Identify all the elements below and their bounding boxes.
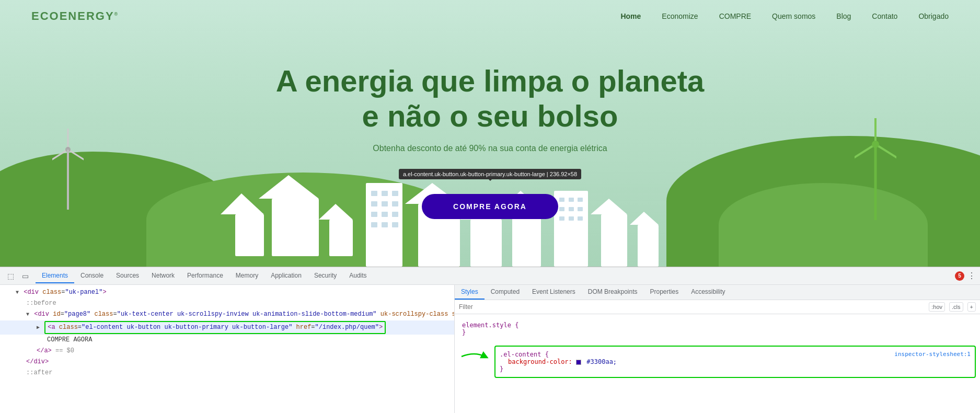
green-arrow-indicator: [459, 349, 490, 366]
svg-rect-10: [235, 214, 264, 256]
nav-contato[interactable]: Contato: [872, 12, 897, 20]
devtools-content: ▼ <div class="uk-panel"> ::before ▼ <div…: [0, 285, 980, 413]
css-property-background-color: background-color: #3300aa;: [500, 358, 971, 365]
tab-elements[interactable]: Elements: [36, 269, 74, 283]
cta-button[interactable]: COMPRE AGORA: [422, 194, 558, 219]
svg-rect-31: [470, 220, 502, 267]
styles-content[interactable]: element.style { }: [455, 314, 980, 413]
hero-section: A energia que limpa o planeta e não o se…: [0, 32, 980, 219]
nav-compre[interactable]: COMPRE: [719, 12, 751, 20]
devtools-panel: ⬚ ▭ Elements Console Sources Network Per…: [0, 267, 980, 413]
nav-economize[interactable]: Economize: [662, 12, 698, 20]
filter-hov-toggle[interactable]: :hov: [929, 302, 945, 312]
nav-quem-somos[interactable]: Quem somos: [772, 12, 815, 20]
devtools-icons-left: ⬚ ▭: [4, 270, 31, 282]
nav-links: Home Economize COMPRE Quem somos Blog Co…: [620, 12, 949, 21]
hero-subtitle: Obtenha desconto de até 90% na sua conta…: [0, 144, 980, 153]
html-pseudo-after: ::after: [0, 368, 454, 378]
nav-home[interactable]: Home: [620, 12, 641, 20]
website-preview: ECOENERGY® Home Economize COMPRE Quem so…: [0, 0, 980, 267]
devtools-styles-panel: Styles Computed Event Listeners DOM Brea…: [455, 285, 980, 413]
devtools-tabs-bar: ⬚ ▭ Elements Console Sources Network Per…: [0, 267, 980, 285]
right-tab-styles[interactable]: Styles: [455, 285, 485, 300]
right-tab-accessibility[interactable]: Accessibility: [685, 285, 731, 300]
tooltip-container: a.el-content.uk-button.uk-button-primary…: [0, 169, 980, 182]
filter-cls-toggle[interactable]: .cls: [949, 302, 963, 312]
right-tab-event-listeners[interactable]: Event Listeners: [526, 285, 582, 300]
tab-audits[interactable]: Audits: [343, 269, 373, 283]
tab-application[interactable]: Application: [264, 269, 308, 283]
right-tab-properties[interactable]: Properties: [643, 285, 685, 300]
svg-rect-47: [638, 225, 659, 267]
css-element-style-close: }: [462, 329, 973, 336]
error-badge: 5: [955, 271, 964, 281]
css-rule-element-style: element.style { }: [459, 318, 976, 339]
html-line-div-panel: ▼ <div class="uk-panel">: [0, 287, 454, 298]
html-text-compre-agora: COMPRE AGORA: [0, 335, 454, 346]
nav-blog[interactable]: Blog: [836, 12, 851, 20]
right-tab-dom-breakpoints[interactable]: DOM Breakpoints: [582, 285, 644, 300]
element-tooltip: a.el-content.uk-button.uk-button-primary…: [399, 169, 581, 179]
styles-filter-input[interactable]: [459, 303, 925, 311]
device-toolbar-icon[interactable]: ▭: [19, 270, 31, 282]
devtools-more-options[interactable]: ⋮: [967, 271, 976, 281]
css-source-link[interactable]: inspector-stylesheet:1: [894, 351, 971, 358]
tab-network[interactable]: Network: [145, 269, 181, 283]
site-nav: ECOENERGY® Home Economize COMPRE Quem so…: [0, 0, 980, 32]
hero-title: A energia que limpa o planeta e não o se…: [0, 64, 980, 133]
html-line-anchor-selected[interactable]: ▶ <a class="el-content uk-button uk-butt…: [0, 320, 454, 335]
svg-rect-28: [392, 222, 398, 227]
css-rule-el-content: .el-content { inspector-stylesheet:1 bac…: [494, 346, 976, 378]
html-line-div-page8: ▼ <div id="page8" class="uk-text-center …: [0, 309, 454, 320]
css-element-style-selector: element.style {: [462, 322, 973, 329]
nav-obrigado[interactable]: Obrigado: [918, 12, 949, 20]
tab-memory[interactable]: Memory: [229, 269, 264, 283]
right-tab-computed[interactable]: Computed: [485, 285, 526, 300]
svg-rect-26: [371, 222, 377, 227]
tab-console[interactable]: Console: [74, 269, 110, 283]
tab-security[interactable]: Security: [308, 269, 343, 283]
tab-sources[interactable]: Sources: [110, 269, 145, 283]
devtools-elements-panel[interactable]: ▼ <div class="uk-panel"> ::before ▼ <div…: [0, 285, 455, 413]
styles-filter-bar: :hov .cls +: [455, 300, 980, 314]
css-el-content-selector-line: .el-content { inspector-stylesheet:1: [500, 351, 971, 358]
inspect-element-icon[interactable]: ⬚: [4, 270, 17, 282]
styles-tabs: Styles Computed Event Listeners DOM Brea…: [455, 285, 980, 300]
svg-rect-14: [329, 220, 353, 256]
color-swatch-3300aa[interactable]: [576, 360, 581, 365]
html-pseudo-before: ::before: [0, 298, 454, 309]
html-line-anchor-end: </a> == $0: [0, 346, 454, 357]
filter-add-rule[interactable]: +: [967, 302, 976, 312]
css-el-content-close: }: [500, 365, 971, 373]
tab-performance[interactable]: Performance: [181, 269, 229, 283]
site-logo: ECOENERGY®: [31, 9, 119, 23]
css-rule-el-content-container: .el-content { inspector-stylesheet:1 bac…: [459, 346, 976, 384]
svg-rect-45: [601, 214, 627, 267]
svg-rect-27: [382, 222, 388, 227]
devtools-right-icons: 5 ⋮: [955, 271, 976, 281]
html-line-div-close: </div>: [0, 357, 454, 368]
